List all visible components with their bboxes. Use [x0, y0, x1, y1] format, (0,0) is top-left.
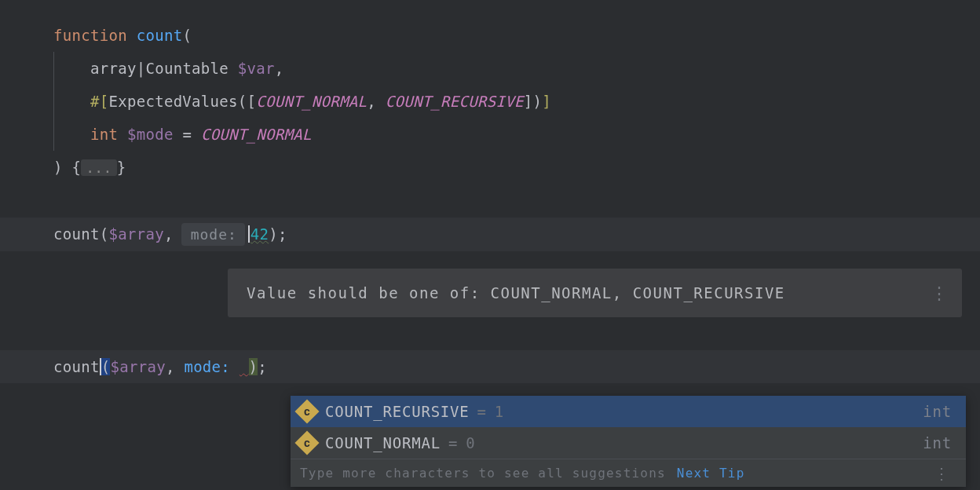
code-editor[interactable]: function count( array|Countable $var, #[… [0, 0, 980, 383]
code-line-highlighted: count($array,mode:42); [0, 218, 980, 251]
more-actions-icon[interactable] [934, 464, 950, 483]
completion-item-count-recursive[interactable]: COUNT_RECURSIVE = 1 int [291, 396, 966, 427]
code-line: #[ExpectedValues([COUNT_NORMAL, COUNT_RE… [53, 85, 980, 118]
code-line: ) {...} [53, 151, 980, 185]
bracket-match: ) [249, 358, 258, 375]
inline-parameter-hint: mode: [181, 223, 245, 246]
warning-underlined-value: 42 [248, 225, 269, 243]
more-actions-icon[interactable] [931, 283, 946, 303]
constant-icon [294, 399, 319, 423]
completion-popup[interactable]: COUNT_RECURSIVE = 1 int COUNT_NORMAL = 0… [291, 396, 966, 487]
code-line: function count( [53, 19, 980, 52]
completion-item-count-normal[interactable]: COUNT_NORMAL = 0 int [291, 427, 966, 459]
code-line-highlighted: count($array, mode: ); [0, 350, 980, 383]
blank-line [53, 185, 980, 218]
inspection-tooltip[interactable]: Value should be one of: COUNT_NORMAL, CO… [228, 269, 962, 317]
completion-hint-text: Type more characters to see all suggesti… [300, 466, 666, 481]
completion-footer: Type more characters to see all suggesti… [291, 459, 966, 487]
folded-region[interactable]: ... [81, 159, 116, 176]
parameter-var: $var [238, 60, 275, 77]
code-line: int $mode = COUNT_NORMAL [53, 118, 980, 151]
blank-line [53, 317, 980, 350]
tooltip-text: Value should be one of: COUNT_NORMAL, CO… [247, 284, 785, 302]
error-underlined [240, 358, 249, 375]
next-tip-link[interactable]: Next Tip [677, 466, 745, 481]
parameter-mode: $mode [127, 126, 174, 143]
code-line: array|Countable $var, [53, 52, 980, 85]
constant-icon [294, 430, 319, 455]
keyword-function: function [53, 27, 127, 44]
bracket-match: ( [100, 358, 111, 375]
function-name: count [137, 27, 183, 44]
